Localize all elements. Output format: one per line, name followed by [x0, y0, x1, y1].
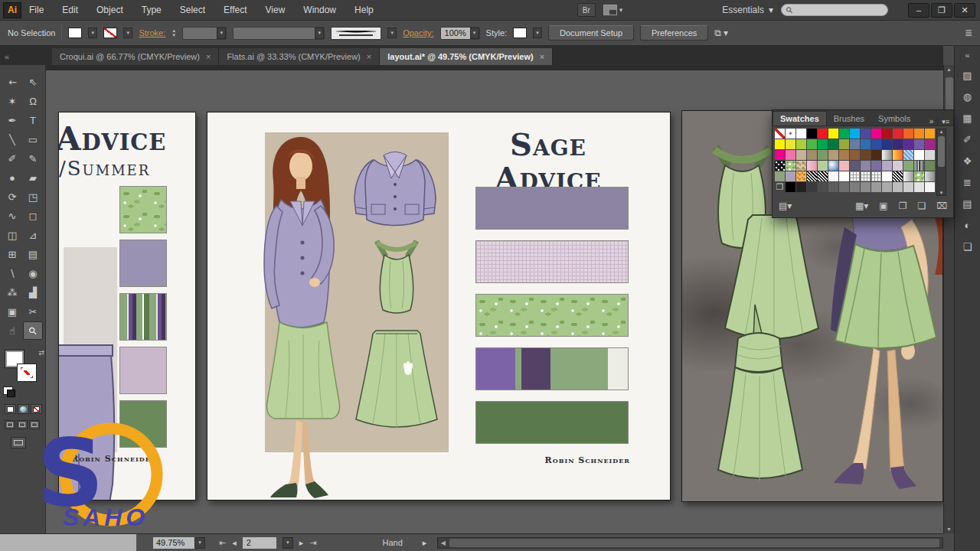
swatch[interactable] — [786, 139, 795, 149]
hand-tool[interactable]: ☝ — [2, 321, 22, 340]
swatch[interactable] — [828, 129, 838, 139]
close-icon[interactable]: × — [206, 52, 211, 61]
pen-tool[interactable]: ✒ — [2, 111, 22, 129]
swatch[interactable] — [807, 150, 817, 160]
tab-brushes[interactable]: Brushes — [827, 111, 871, 126]
swatch-card[interactable] — [119, 400, 167, 448]
swatch-card[interactable] — [119, 347, 167, 394]
swatch-options-button[interactable]: ▣ — [879, 201, 887, 211]
swatch[interactable] — [914, 182, 924, 192]
horizontal-scrollbar[interactable]: ◀ — [437, 537, 943, 549]
draw-behind-button[interactable] — [17, 420, 28, 429]
swatch[interactable] — [861, 129, 871, 139]
zoom-tool[interactable]: ⚲ — [23, 321, 43, 340]
scroll-up-icon[interactable]: ▲ — [946, 67, 952, 72]
transparency-panel-icon[interactable]: ◐ — [959, 217, 976, 233]
draw-inside-button[interactable] — [29, 420, 40, 429]
swatch[interactable] — [796, 129, 806, 139]
swatch[interactable] — [882, 161, 892, 171]
walking-model-illustration[interactable] — [822, 214, 943, 500]
swatch[interactable] — [903, 182, 913, 192]
scale-tool[interactable]: ◳ — [23, 187, 43, 206]
swatch[interactable] — [818, 129, 828, 139]
workspace-switcher[interactable]: Essentials ▾ — [722, 5, 773, 15]
swatch[interactable] — [903, 129, 913, 139]
swatch[interactable] — [882, 171, 892, 181]
swatch[interactable] — [818, 182, 828, 192]
swatch[interactable] — [925, 139, 935, 149]
width-profile-dropdown[interactable] — [331, 27, 381, 40]
panel-expander-icon[interactable]: » — [929, 117, 938, 126]
line-tool[interactable]: ╲ — [2, 130, 22, 148]
close-icon[interactable]: × — [540, 52, 544, 61]
swatch[interactable] — [818, 161, 828, 171]
color-mode-button[interactable] — [5, 404, 16, 414]
swatch[interactable] — [775, 129, 785, 139]
step-down-icon[interactable]: ▼ — [172, 33, 176, 37]
menu-item-select[interactable]: Select — [180, 5, 205, 15]
swatch[interactable] — [893, 182, 903, 192]
new-swatch-button[interactable]: ❏ — [917, 201, 926, 211]
lasso-tool[interactable]: Ω — [23, 92, 43, 110]
swatch[interactable] — [861, 139, 871, 149]
preferences-button[interactable]: Preferences — [640, 25, 708, 41]
jacket-flat[interactable] — [345, 140, 445, 233]
document-tab[interactable]: Croqui.ai @ 66.77% (CMYK/Preview)× — [52, 48, 219, 65]
swatch[interactable] — [796, 182, 806, 192]
swatch[interactable] — [818, 139, 828, 149]
swatch[interactable] — [893, 171, 903, 181]
arrange-documents-icon[interactable]: ▾ — [603, 5, 623, 15]
artboard-tool[interactable]: ▣ — [2, 302, 22, 321]
swatch[interactable] — [839, 139, 849, 149]
swatch[interactable] — [925, 171, 935, 181]
swatch[interactable] — [903, 139, 913, 149]
fill-dropdown-icon[interactable]: ▾ — [88, 28, 97, 38]
expand-panels-icon[interactable]: « — [965, 51, 969, 60]
swatch[interactable] — [882, 139, 892, 149]
swatch[interactable] — [850, 139, 860, 149]
panel-menu-icon[interactable]: ▾≡ — [937, 118, 953, 126]
app-logo[interactable]: Ai — [3, 2, 21, 18]
swatch[interactable] — [807, 139, 817, 149]
artboard-number-field[interactable]: 2 — [243, 537, 276, 549]
swatch[interactable] — [925, 150, 935, 160]
menu-item-edit[interactable]: Edit — [62, 5, 78, 15]
color-bar[interactable] — [475, 294, 629, 337]
swatch[interactable] — [914, 150, 924, 160]
symbol-sprayer-tool[interactable]: ⁂ — [2, 283, 22, 302]
screen-mode-button[interactable] — [11, 437, 26, 448]
swatch[interactable] — [893, 139, 903, 149]
direct-selection-tool[interactable]: ⇖ — [23, 73, 43, 91]
swatch[interactable] — [850, 182, 860, 192]
swatch[interactable] — [882, 129, 892, 139]
perspective-grid-tool[interactable]: ⊿ — [23, 226, 43, 244]
artboard-left[interactable]: Advice /Summer Robin Schneider — [58, 112, 196, 500]
type-tool[interactable]: T — [23, 111, 43, 129]
rectangle-tool[interactable]: ▭ — [23, 130, 43, 148]
swatch[interactable] — [861, 182, 871, 192]
paintbrush-tool[interactable]: ✐ — [2, 149, 22, 168]
menu-item-file[interactable]: File — [29, 5, 44, 15]
slice-tool[interactable]: ✂ — [23, 302, 43, 321]
swatch-card[interactable] — [119, 186, 167, 233]
opacity-value-dropdown[interactable]: 100%▾ — [440, 27, 480, 40]
swatch[interactable] — [775, 171, 785, 181]
swatch[interactable] — [871, 182, 881, 192]
restore-button[interactable]: ❐ — [931, 3, 952, 18]
swatch[interactable] — [903, 171, 913, 181]
tab-swatches[interactable]: Swatches — [773, 111, 827, 126]
search-input[interactable]: ⚲ — [781, 4, 888, 16]
previous-artboard-button[interactable]: ◂ — [232, 538, 237, 548]
stroke-panel-link[interactable]: Stroke: — [139, 28, 165, 37]
swatch[interactable] — [903, 150, 913, 160]
last-artboard-button[interactable]: ⇥ — [309, 538, 316, 548]
swatch[interactable] — [914, 139, 924, 149]
none-mode-button[interactable] — [31, 404, 42, 414]
swatch[interactable] — [807, 171, 817, 181]
color-panel-icon[interactable]: ▨ — [959, 67, 976, 83]
menu-item-type[interactable]: Type — [142, 5, 162, 15]
swatch[interactable] — [786, 182, 795, 192]
swatch[interactable] — [893, 161, 903, 171]
swatch[interactable] — [925, 129, 935, 139]
mesh-tool[interactable]: ⊞ — [2, 245, 22, 263]
